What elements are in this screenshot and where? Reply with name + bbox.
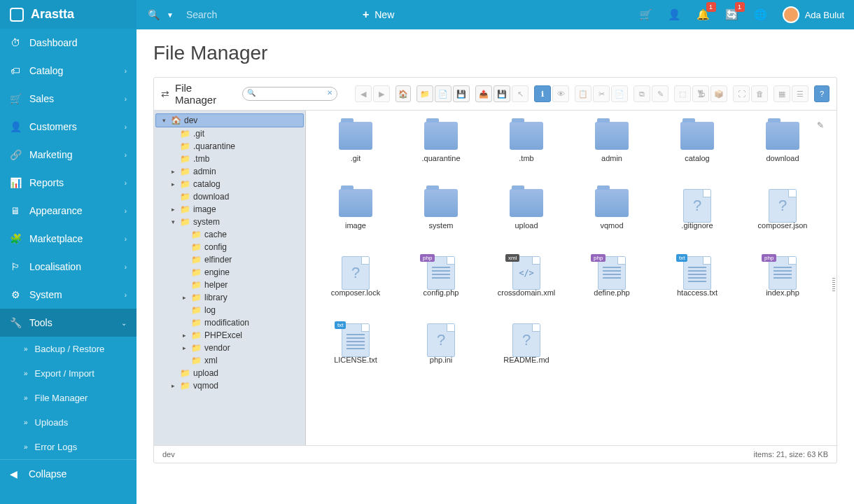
tree-arrow-icon[interactable]: ▾ bbox=[169, 218, 176, 225]
file-item[interactable]: ?composer.json bbox=[740, 186, 825, 249]
view-icons-button[interactable]: ▦ bbox=[774, 85, 790, 102]
tree-node[interactable]: 📁helper bbox=[154, 279, 305, 291]
tree-node[interactable]: 📁.quarantine bbox=[154, 140, 305, 153]
tree-node[interactable]: ▸📁library bbox=[154, 291, 305, 304]
swap-icon[interactable]: ⇄ bbox=[161, 88, 169, 99]
copy-button[interactable]: 📋 bbox=[575, 85, 592, 102]
tree-node[interactable]: 📁elfinder bbox=[154, 253, 305, 266]
sidebar-item-dashboard[interactable]: ⏱Dashboard bbox=[0, 29, 136, 57]
folder-item[interactable]: upload bbox=[484, 186, 569, 249]
new-folder-button[interactable]: 📁 bbox=[416, 85, 433, 102]
resize-button[interactable]: ⛶ bbox=[733, 85, 750, 102]
sidebar-item-system[interactable]: ⚙System› bbox=[0, 281, 136, 309]
tree-node[interactable]: 📁cache bbox=[154, 228, 305, 241]
tree-node[interactable]: ▾📁system bbox=[154, 216, 305, 228]
tree-node[interactable]: 📁.tmb bbox=[154, 153, 305, 165]
user-menu[interactable]: Ada Bulut bbox=[783, 6, 844, 23]
sidebar-item-appearance[interactable]: 🖥Appearance› bbox=[0, 197, 136, 225]
folder-item[interactable]: .tmb bbox=[484, 119, 569, 182]
tree-root[interactable]: ▾ 🏠 dev bbox=[155, 113, 304, 127]
folder-item[interactable]: image bbox=[313, 186, 398, 249]
tree-arrow-icon[interactable]: ▸ bbox=[181, 294, 188, 301]
sidebar-subitem-file-manager[interactable]: »File Manager bbox=[0, 386, 136, 410]
archive-button[interactable]: 🗜 bbox=[692, 85, 709, 102]
tree-node[interactable]: 📁download bbox=[154, 190, 305, 203]
tree-node[interactable]: 📁config bbox=[154, 241, 305, 253]
tree-arrow-icon[interactable]: ▸ bbox=[169, 206, 176, 213]
sidebar-subitem-error-logs[interactable]: »Error Logs bbox=[0, 435, 136, 459]
tree-node[interactable]: 📁.git bbox=[154, 127, 305, 140]
search-input[interactable] bbox=[186, 9, 312, 20]
home-button[interactable]: 🏠 bbox=[396, 85, 411, 102]
tree-arrow-icon[interactable]: ▾ bbox=[160, 117, 167, 124]
view-list-button[interactable]: ☰ bbox=[792, 85, 808, 102]
fm-search-input[interactable] bbox=[242, 87, 337, 101]
tree-arrow-icon[interactable]: ▸ bbox=[181, 332, 188, 339]
tree-node[interactable]: ▸📁admin bbox=[154, 165, 305, 178]
folder-item[interactable]: .git bbox=[313, 119, 398, 182]
info-button[interactable]: ℹ bbox=[534, 85, 551, 102]
tree-arrow-icon[interactable]: ▸ bbox=[181, 344, 188, 351]
sidebar-subitem-export-import[interactable]: »Export / Import bbox=[0, 361, 136, 386]
sidebar-item-marketplace[interactable]: 🧩Marketplace› bbox=[0, 225, 136, 253]
select-all-button[interactable]: ⬚ bbox=[674, 85, 691, 102]
file-item[interactable]: txthtaccess.txt bbox=[654, 253, 740, 316]
sidebar-item-reports[interactable]: 📊Reports› bbox=[0, 169, 136, 197]
help-button[interactable]: ? bbox=[814, 85, 830, 102]
file-item[interactable]: phpconfig.php bbox=[398, 253, 484, 316]
edit-icon[interactable]: ✎ bbox=[817, 120, 824, 130]
sidebar-item-sales[interactable]: 🛒Sales› bbox=[0, 85, 136, 113]
delete-button[interactable]: 🗑 bbox=[751, 85, 768, 102]
file-item[interactable]: ?composer.lock bbox=[313, 253, 398, 316]
tree-node[interactable]: 📁modification bbox=[154, 316, 305, 329]
sidebar-item-customers[interactable]: 👤Customers› bbox=[0, 113, 136, 141]
forward-button[interactable]: ▶ bbox=[373, 85, 390, 102]
file-item[interactable]: </>xmlcrossdomain.xml bbox=[484, 253, 569, 316]
download-button[interactable]: 💾 bbox=[493, 85, 510, 102]
folder-item[interactable]: download bbox=[740, 119, 825, 182]
search-icon[interactable]: 🔍 bbox=[148, 9, 160, 20]
sidebar-item-catalog[interactable]: 🏷Catalog› bbox=[0, 57, 136, 85]
fm-files-pane[interactable]: ✎ .git.quarantine.tmbadmincatalogdownloa… bbox=[306, 111, 836, 445]
search-caret-icon[interactable]: ▼ bbox=[167, 11, 174, 19]
new-file-button[interactable]: 📄 bbox=[435, 85, 451, 102]
file-item[interactable]: txtLICENSE.txt bbox=[313, 321, 398, 384]
back-button[interactable]: ◀ bbox=[355, 85, 372, 102]
refresh-icon[interactable]: 🔄1 bbox=[725, 8, 738, 21]
tree-node[interactable]: 📁engine bbox=[154, 266, 305, 279]
folder-item[interactable]: admin bbox=[569, 119, 654, 182]
file-item[interactable]: phpdefine.php bbox=[569, 253, 654, 316]
folder-item[interactable]: vqmod bbox=[569, 186, 654, 249]
tree-node[interactable]: 📁xml bbox=[154, 354, 305, 367]
tree-node[interactable]: ▸📁PHPExcel bbox=[154, 329, 305, 342]
file-item[interactable]: ?README.md bbox=[484, 321, 569, 384]
duplicate-button[interactable]: ⧉ bbox=[634, 85, 650, 102]
folder-item[interactable]: catalog bbox=[654, 119, 740, 182]
user-icon[interactable]: 👤 bbox=[668, 8, 681, 21]
tree-node[interactable]: ▸📁catalog bbox=[154, 178, 305, 190]
sidebar-item-tools[interactable]: 🔧Tools⌄ bbox=[0, 309, 136, 337]
bell-icon[interactable]: 🔔1 bbox=[696, 8, 710, 21]
cut-button[interactable]: ✂ bbox=[593, 85, 610, 102]
file-item[interactable]: ?php.ini bbox=[398, 321, 484, 384]
fm-search-clear-icon[interactable]: ✕ bbox=[327, 89, 332, 97]
fm-tree[interactable]: ▾ 🏠 dev 📁.git📁.quarantine📁.tmb▸📁admin▸📁c… bbox=[154, 111, 306, 445]
tree-arrow-icon[interactable]: ▸ bbox=[169, 181, 176, 188]
tree-arrow-icon[interactable]: ▸ bbox=[169, 168, 176, 175]
preview-button[interactable]: 👁 bbox=[552, 85, 569, 102]
sidebar-subitem-uploads[interactable]: »Uploads bbox=[0, 410, 136, 435]
cart-icon[interactable]: 🛒 bbox=[639, 8, 652, 21]
new-button[interactable]: + New bbox=[351, 8, 405, 21]
tree-node[interactable]: ▸📁vendor bbox=[154, 342, 305, 354]
tree-arrow-icon[interactable]: ▸ bbox=[169, 382, 176, 389]
tree-node[interactable]: ▸📁image bbox=[154, 203, 305, 216]
paste-button[interactable]: 📄 bbox=[611, 85, 628, 102]
extract-button[interactable]: 📦 bbox=[710, 85, 727, 102]
sidebar-item-marketing[interactable]: 🔗Marketing› bbox=[0, 141, 136, 169]
save-button[interactable]: 💾 bbox=[453, 85, 470, 102]
folder-item[interactable]: system bbox=[398, 186, 484, 249]
upload-button[interactable]: 📤 bbox=[475, 85, 492, 102]
tree-node[interactable]: 📁log bbox=[154, 304, 305, 316]
tree-node[interactable]: ▸📁vqmod bbox=[154, 379, 305, 392]
tree-node[interactable]: 📁upload bbox=[154, 367, 305, 379]
